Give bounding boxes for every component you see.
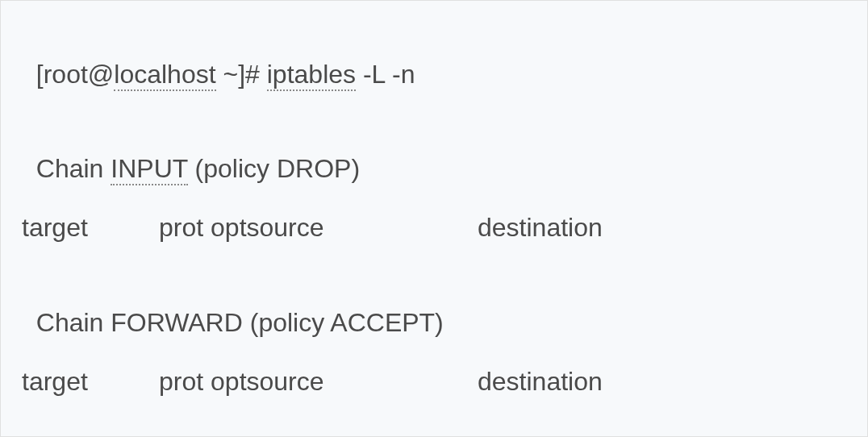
col-prot-optsource: prot optsource <box>159 364 478 400</box>
command-sep <box>356 60 363 89</box>
chain-name: FORWARD <box>111 308 243 337</box>
chain-label: Chain <box>36 154 104 183</box>
chain-label: Chain <box>36 308 104 337</box>
policy-label: policy <box>203 154 269 183</box>
policy-value: DROP <box>277 154 351 183</box>
chain-name: INPUT <box>111 154 187 185</box>
prompt-cwd: ~ <box>223 60 238 89</box>
prompt-user: root <box>44 60 88 89</box>
policy-label: policy <box>258 308 324 337</box>
policy-value: ACCEPT <box>330 308 435 337</box>
prompt-at: @ <box>88 60 114 89</box>
columns-header-input: target prot optsource destination <box>22 210 846 246</box>
col-prot-optsource: prot optsource <box>159 210 478 246</box>
command-args: -L -n <box>363 60 415 89</box>
prompt-line: [root@localhost ~]# iptables -L -n <box>22 20 846 93</box>
chain-output-header: Chain OUTPUT (policy DROP) <box>22 422 846 437</box>
prompt-host: localhost <box>114 60 215 91</box>
col-destination: destination <box>478 210 846 246</box>
col-target: target <box>22 364 159 400</box>
prompt-symbol: # <box>245 60 260 89</box>
columns-header-forward: target prot optsource destination <box>22 364 846 400</box>
col-destination: destination <box>478 364 846 400</box>
col-target: target <box>22 210 159 246</box>
command: iptables <box>267 60 356 91</box>
prompt-sep <box>260 60 267 89</box>
chain-input-header: Chain INPUT (policy DROP) <box>22 115 846 188</box>
prompt-close-bracket: ] <box>238 60 245 89</box>
prompt-open-bracket: [ <box>36 60 44 89</box>
chain-forward-header: Chain FORWARD (policy ACCEPT) <box>22 268 846 341</box>
